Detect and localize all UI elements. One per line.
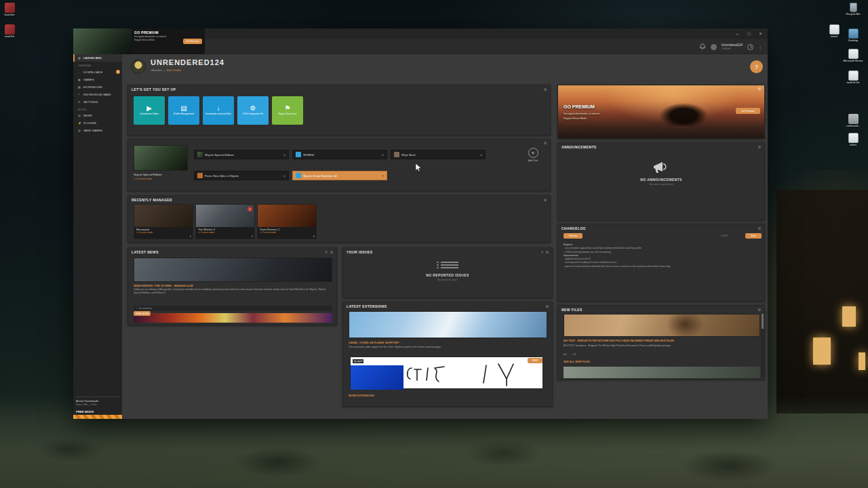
game-card-morrowind[interactable]: Morrowind ✎ 0 active mods ▾ (134, 204, 193, 239)
sidebar-item-extensions[interactable]: ▩ EXTENSIONS (73, 83, 122, 91)
desktop-icon[interactable]: launcher (0, 3, 24, 16)
gear-icon[interactable]: ⚙ (546, 251, 549, 254)
news-article-body: Today we are talking to Mangaclub, a lon… (134, 288, 332, 295)
setup-tile-gog-integration[interactable]: ⚙ GOG Integration Fix (237, 96, 269, 125)
setup-tile-downloads[interactable]: ↓ Downloads and mod files (203, 96, 234, 125)
tool-button-script-extender-primary[interactable]: Skyrim Script Extender 64 ▾ (292, 171, 387, 180)
sidebar-item-games[interactable]: ▣ GAMES (73, 76, 122, 83)
chevron-down-icon[interactable]: ▾ (313, 235, 315, 238)
desktop-icon[interactable]: Microsoft Server (838, 49, 868, 62)
chevron-right-icon[interactable]: ▸ (284, 153, 285, 157)
setup-tile-introduction-video[interactable]: ▶ Introduction Video (134, 96, 165, 125)
chevron-down-icon[interactable]: ▾ (190, 235, 191, 238)
new-files-title: NEW FILES (561, 308, 583, 312)
announcements-empty-state: NO ANNOUNCEMENTS No news is good news (558, 161, 764, 186)
panel-scrollbar-thumb[interactable] (762, 314, 764, 329)
endorsements-count: ♥ 1 (564, 353, 567, 356)
desktop-icon-recycle-bin[interactable]: Recycle Bin (838, 3, 868, 16)
help-icon: ? (78, 93, 81, 96)
chevron-down-icon[interactable]: ▾ (252, 235, 253, 238)
extension-banner-image[interactable] (349, 311, 547, 338)
user-chip[interactable]: Unrendered124 1 GB left (722, 43, 743, 49)
user-avatar[interactable] (711, 44, 717, 50)
news-article-image[interactable] (134, 258, 332, 282)
premium-ad-panel[interactable]: ⚙ GO PREMIUM Uncapped downloads, no adve… (557, 85, 765, 139)
read-more-button[interactable]: READ MORE (134, 311, 151, 316)
tool-button-game-launch[interactable]: Skyrim Special Edition ▸ (194, 150, 289, 159)
download-icon: ↓ (78, 70, 81, 74)
go-premium-button[interactable]: Go Premium (183, 39, 202, 44)
overflow-menu-icon[interactable]: ⋮ (758, 45, 762, 49)
add-tool-button[interactable]: + Add Tool (521, 148, 545, 162)
chevron-down-icon[interactable]: ▾ (382, 174, 384, 178)
chevron-right-icon[interactable]: ▸ (382, 153, 384, 157)
refresh-icon[interactable]: ↻ (325, 251, 328, 254)
sidebar-item-save-games[interactable]: ▥ SAVE GAMES (73, 127, 122, 134)
edit-profile-link[interactable]: Edit Profile (167, 68, 181, 72)
new-file-image[interactable] (564, 314, 760, 337)
gear-icon[interactable]: ⚙ (544, 88, 547, 92)
minimize-button[interactable]: – (732, 28, 743, 39)
maximize-button[interactable]: □ (743, 28, 755, 39)
managed-game-mod-count[interactable]: ✎ 13 active mods (134, 178, 152, 180)
extension-preview-image[interactable]: by sigurd (350, 357, 543, 389)
managed-game-image[interactable] (134, 145, 188, 171)
download-speed-gauge-icon[interactable] (747, 44, 753, 50)
news-comments-bar[interactable]: ▪ 14 comments (134, 306, 332, 311)
next-file-image[interactable] (564, 367, 760, 378)
gear-icon[interactable]: ⚙ (544, 142, 547, 145)
tool-button-wrye-bash[interactable]: Wrye Bash ▸ (391, 150, 486, 159)
gear-icon[interactable]: ⚙ (758, 227, 761, 230)
more-extensions-link[interactable]: MORE EXTENSIONS (349, 394, 374, 397)
game-card-mods[interactable]: ✎ 3 active mods (196, 231, 254, 234)
game-card-tf2[interactable]: Team Fortress 2 ✎ 2 active mods ▾ (257, 204, 317, 239)
gear-icon[interactable]: ⚙ (544, 199, 547, 202)
close-button[interactable]: × (755, 28, 766, 39)
new-file-title[interactable]: BIG TIDDY - BRIDGETTE THE WITCHER HIGH P… (564, 340, 757, 342)
sidebar-item-settings[interactable]: ⚙ SETTINGS (73, 98, 122, 106)
setup-tile-profile-management[interactable]: ▤ Profile Management (168, 96, 199, 125)
see-all-new-files-link[interactable]: SEE ALL NEW FILES (564, 361, 590, 363)
sidebar-item-dashboard[interactable]: ▦ DASHBOARD (73, 54, 122, 62)
changelog-channel-pill[interactable]: Preview (564, 233, 583, 239)
update-count-badge: 2 (248, 207, 252, 211)
changelog-view-button[interactable]: View (745, 233, 762, 239)
gear-icon[interactable]: ⚙ (330, 251, 333, 254)
sidebar-item-plugins[interactable]: ⚡ PLUGINS (73, 119, 122, 127)
extension-title[interactable]: GAME: CITIES SKYLINES SUPPORT (349, 341, 399, 344)
tool-button-skse64[interactable]: SKSE64 ▸ (292, 150, 387, 159)
next-article-image[interactable] (134, 313, 332, 323)
sidebar-item-news[interactable]: ▤ NEWS (73, 112, 122, 119)
desktop-icon[interactable]: notes (838, 133, 868, 146)
news-article-title[interactable]: WEATHERING THE STORM - MANGACLUB (134, 284, 193, 287)
desktop-icon[interactable]: mod list (0, 24, 24, 38)
chevron-right-icon[interactable]: ▸ (284, 174, 285, 178)
gear-icon[interactable]: ⚙ (758, 308, 761, 312)
game-card-mods[interactable]: ✎ 0 active mods (134, 231, 193, 234)
free-mods-label[interactable]: FREE MODS (76, 410, 119, 413)
go-premium-button[interactable]: Go Premium (736, 108, 760, 114)
gear-icon[interactable]: ⚙ (758, 146, 761, 149)
setup-tile-report-issue[interactable]: ⚑ Report Your Issue (272, 96, 303, 125)
tool-button-fnis[interactable]: Fores New Idles in Skyrim ▸ (194, 171, 289, 180)
profile-avatar[interactable] (131, 59, 146, 74)
expand-icon[interactable]: ↗ (540, 251, 543, 254)
notification-bell-icon[interactable] (699, 43, 706, 50)
chevron-right-icon[interactable]: ▸ (481, 153, 482, 157)
gear-icon[interactable]: ⚙ (546, 305, 549, 308)
extension-preview-blue-shape (351, 365, 403, 390)
desktop-icon[interactable]: continued... (838, 114, 868, 127)
extension-view-button[interactable]: VIEW (528, 358, 542, 363)
help-button[interactable]: ? (750, 60, 763, 73)
desktop-icon-desktop-folder[interactable]: Desktop (838, 28, 868, 42)
sidebar-item-downloads[interactable]: ↓ DOWNLOADS 0 (73, 68, 122, 76)
game-card-witcher3[interactable]: 2 The Witcher 3 ✎ 3 active mods ▾ (195, 204, 255, 239)
premium-banner[interactable]: GO PREMIUM Uncapped downloads, no advert… (73, 28, 205, 54)
gear-icon[interactable]: ⚙ (758, 87, 761, 91)
wallpaper-building (776, 190, 868, 413)
sidebar-item-knowledge-base[interactable]: ? KNOWLEDGE BASE (73, 91, 122, 98)
game-card-mods[interactable]: ✎ 2 active mods (258, 231, 316, 234)
desktop-icon[interactable]: mod kit list (838, 70, 868, 84)
desktop-icon-label: notes (838, 144, 868, 146)
managed-game-title: Skyrim Special Edition (134, 173, 162, 176)
